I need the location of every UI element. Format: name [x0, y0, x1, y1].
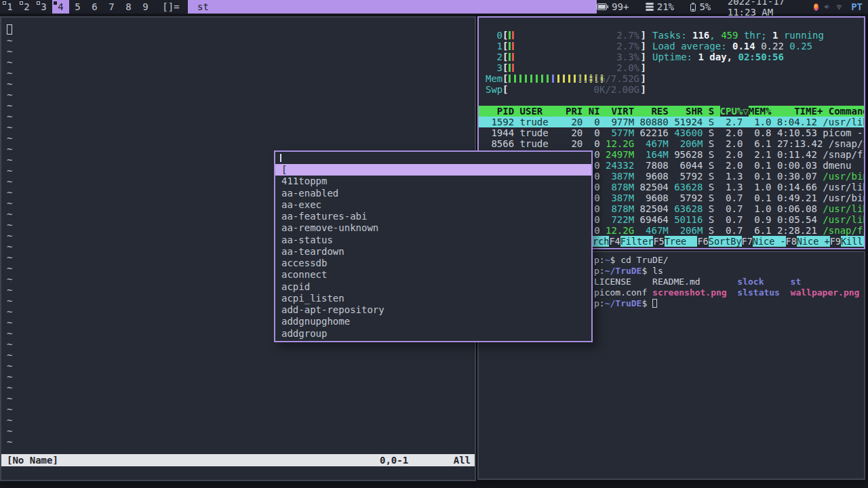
- cpu-meter-2: 2[3.3%]: [486, 52, 646, 62]
- tag-occupied-indicator: [37, 1, 40, 5]
- dmenu-item[interactable]: aa-teardown: [275, 246, 591, 258]
- dmenu-text-cursor: [280, 154, 281, 162]
- vim-filename: [No Name]: [1, 455, 58, 466]
- process-row[interactable]: 8566 trude 20 0 12.2G 467M 206M S 2.0 6.…: [479, 138, 864, 149]
- tag-3[interactable]: 3: [35, 0, 52, 14]
- uptime: Uptime: 1 day, 02:50:56: [652, 52, 784, 62]
- dmenu-item[interactable]: add-apt-repository: [275, 304, 591, 316]
- dmenu-input[interactable]: [275, 152, 591, 164]
- load-average: Load average: 0.14 0.22 0.25: [652, 41, 812, 52]
- tag-occupied-indicator: [20, 1, 23, 5]
- dmenu-item[interactable]: aa-features-abi: [275, 211, 591, 222]
- layout-symbol[interactable]: []=: [154, 0, 188, 14]
- datetime: 2022-11-17 11:23 AM: [728, 0, 797, 18]
- dmenu-item[interactable]: [: [275, 164, 591, 176]
- vim-cursor: [7, 24, 12, 35]
- terminal-line: LICENSE README.md slock st: [594, 277, 801, 287]
- dmenu-item[interactable]: aa-enabled: [275, 188, 591, 199]
- tag-6[interactable]: 6: [86, 0, 103, 14]
- dmenu-item-list: [411toppmaa-enabledaa-execaa-features-ab…: [275, 164, 591, 340]
- tag-1[interactable]: 1: [1, 0, 18, 14]
- battery-low-status: 5%: [690, 1, 711, 12]
- keyboard-layout[interactable]: PT: [851, 1, 863, 12]
- dmenu-item[interactable]: aconnect: [275, 269, 591, 281]
- tag-7[interactable]: 7: [103, 0, 120, 14]
- status-area: 99+ 21% 5% 2022-11-17 11:23 AM PT: [597, 0, 868, 14]
- meter-swp: Swp[0K/2.00G]: [486, 84, 646, 95]
- process-row[interactable]: 1592 trude 20 0 977M 80880 51924 S 2.7 1…: [479, 117, 864, 127]
- tag-4[interactable]: 4: [52, 0, 69, 14]
- dmenu-item[interactable]: addgroup: [275, 328, 591, 340]
- vim-empty-lines: ~~~~~~~~~~~~~~~~~~~~~~~~~~~~~~~~~~~~~~: [7, 35, 12, 447]
- battery-percent: 99+: [612, 1, 629, 12]
- tag-2[interactable]: 2: [18, 0, 35, 14]
- dmenu-item[interactable]: aa-exec: [275, 199, 591, 211]
- process-table-header[interactable]: PID USER PRI NI VIRT RES SHR S CPU%▽MEM%…: [479, 106, 864, 117]
- tag-occupied-indicator: [3, 1, 6, 5]
- terminal-line: picom.conf screenshot.png slstatus wallp…: [594, 287, 859, 298]
- dmenu-item[interactable]: aa-remove-unknown: [275, 222, 591, 234]
- vim-statusbar: [No Name] 0,0-1 All: [1, 454, 475, 466]
- storage-percent: 21%: [657, 1, 674, 12]
- terminal-line: p:~/TruDE$: [594, 298, 657, 309]
- battery-icon: [597, 3, 608, 10]
- tag-9[interactable]: 9: [137, 0, 154, 14]
- dmenu-item[interactable]: addgnupghome: [275, 316, 591, 327]
- dmenu-item[interactable]: accessdb: [275, 258, 591, 269]
- focused-window-title: st: [188, 0, 597, 14]
- battery-status: 99+: [597, 1, 629, 12]
- dmenu-item[interactable]: 411toppm: [275, 176, 591, 187]
- tag-occupied-indicator: [54, 1, 57, 5]
- dmenu-item[interactable]: aa-status: [275, 235, 591, 246]
- cpu-meter-0: 0[2.7%]: [486, 30, 646, 41]
- storage-icon: [646, 3, 654, 11]
- tasks-summary: Tasks: 116, 459 thr; 1 running: [652, 30, 824, 41]
- meter-mem: Mem[1.81G/7.52G]: [486, 73, 646, 84]
- vim-cursor-position: 0,0-1: [380, 455, 408, 466]
- tag-5[interactable]: 5: [69, 0, 86, 14]
- terminal-line: p:~/TruDE$ ls: [594, 266, 663, 277]
- wifi-icon[interactable]: [836, 3, 842, 11]
- volume-icon[interactable]: [825, 3, 830, 11]
- cpu-meter-3: 3[2.0%]: [486, 62, 646, 73]
- process-row[interactable]: 1944 trude 20 0 577M 62216 43600 S 2.0 0…: [479, 127, 864, 138]
- dmenu-item[interactable]: acpid: [275, 281, 591, 293]
- tag-8[interactable]: 8: [120, 0, 137, 14]
- top-bar: 123456789 []= st 99+ 21% 5% 2022-11-17 1…: [0, 0, 868, 14]
- dmenu-popup[interactable]: [411toppmaa-enabledaa-execaa-features-ab…: [274, 150, 593, 342]
- vim-scroll-indicator: All: [454, 455, 471, 466]
- battery-low-percent: 5%: [699, 1, 711, 12]
- function-key-bar[interactable]: rchF4FilterF5Tree F6SortByF7Nice -F8Nice…: [593, 236, 865, 247]
- dmenu-item[interactable]: acpi_listen: [275, 293, 591, 304]
- terminal-line: p:~$ cd TruDE/: [594, 255, 669, 266]
- battery-low-icon: [690, 3, 696, 12]
- cpu-meter-1: 1[2.7%]: [486, 41, 646, 52]
- workspace-tags: 123456789: [0, 0, 154, 14]
- flame-icon[interactable]: [814, 3, 818, 11]
- storage-status: 21%: [646, 1, 674, 12]
